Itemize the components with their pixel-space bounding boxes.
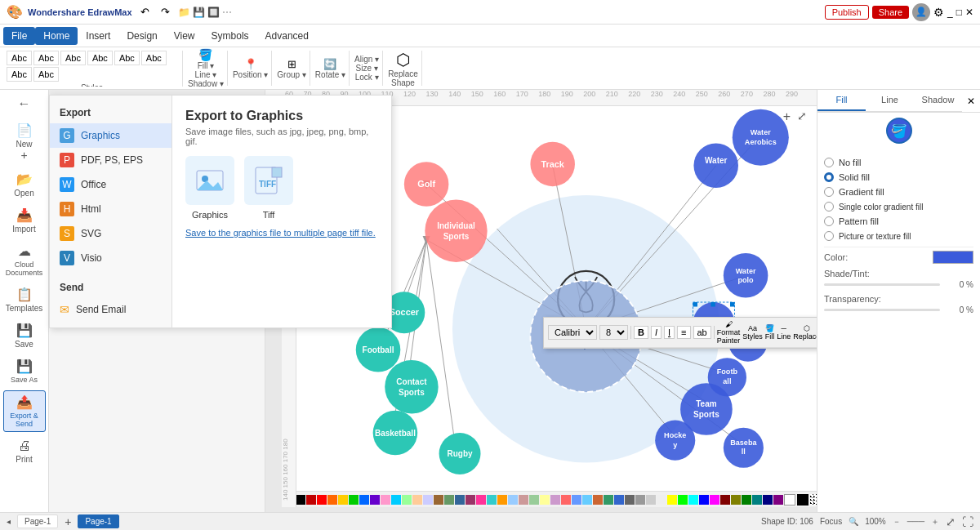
text-color-btn[interactable]: ab <box>693 326 711 339</box>
line-text-btn[interactable]: ─ Line <box>777 324 791 341</box>
color-emerald[interactable] <box>604 495 613 505</box>
solid-fill-option[interactable]: Solid fill <box>824 170 973 185</box>
sidebar-item-print[interactable]: 🖨 Print <box>3 435 46 467</box>
color-lightgreen[interactable] <box>402 495 412 505</box>
canvas-expand-btn[interactable]: ⤢ <box>797 109 807 124</box>
color-purple2[interactable] <box>773 495 783 505</box>
fill-color-preview[interactable]: 🪣 <box>886 118 912 144</box>
export-menu-office[interactable]: W Office <box>50 172 172 197</box>
color-lilac[interactable] <box>550 495 560 505</box>
color-rose[interactable] <box>519 495 528 505</box>
color-steel[interactable] <box>455 495 465 505</box>
sidebar-item-import[interactable]: 📥 Import <box>3 204 46 237</box>
sidebar-item-templates[interactable]: 📋 Templates <box>3 283 46 316</box>
color-coral[interactable] <box>561 495 571 505</box>
align-btn[interactable]: Align ▾Size ▾Lock ▾ <box>354 55 379 82</box>
color-purple[interactable] <box>370 495 380 505</box>
gradient-fill-option[interactable]: Gradient fill <box>824 185 973 199</box>
zoom-in-btn[interactable]: ＋ <box>931 516 939 528</box>
color-lightgray[interactable] <box>646 495 656 505</box>
transparency-slider[interactable] <box>824 309 940 311</box>
sidebar-item-back[interactable]: ← <box>3 93 46 116</box>
styles-btn[interactable]: Aa Styles <box>742 324 763 341</box>
rotate-btn[interactable]: 🔄 Rotate ▾ <box>315 58 345 79</box>
color-peach[interactable] <box>412 495 422 505</box>
color-green2[interactable] <box>742 495 751 505</box>
single-gradient-option[interactable]: Single color gradient fill <box>824 199 973 214</box>
color-periwinkle[interactable] <box>572 495 581 505</box>
maximize-btn[interactable]: □ <box>956 7 962 18</box>
color-mint[interactable] <box>529 495 539 505</box>
shadow-tab[interactable]: Shadow <box>914 90 962 111</box>
close-btn[interactable]: ✕ <box>965 7 973 18</box>
color-picker-swatch[interactable] <box>933 251 973 264</box>
color-red[interactable] <box>317 495 327 505</box>
sidebar-item-open[interactable]: 📂 Open <box>3 168 46 201</box>
export-menu-pdf[interactable]: P PDF, PS, EPS <box>50 148 172 172</box>
black-fill-option[interactable] <box>797 494 808 506</box>
export-option-graphics[interactable]: Graphics <box>185 156 234 220</box>
style-btn-1[interactable]: Abc <box>7 51 32 65</box>
style-btn-3[interactable]: Abc <box>60 51 86 65</box>
color-olive[interactable] <box>444 495 454 505</box>
canvas-add-btn[interactable]: + <box>783 109 791 124</box>
export-menu-graphics[interactable]: G Graphics <box>50 123 172 148</box>
shade-slider[interactable] <box>824 283 940 286</box>
color-baby[interactable] <box>582 495 592 505</box>
user-avatar[interactable]: 👤 <box>912 3 930 21</box>
menu-design[interactable]: Design <box>118 27 165 45</box>
no-fill-option[interactable]: No fill <box>824 155 973 170</box>
color-hotpink[interactable] <box>476 495 486 505</box>
color-maroon2[interactable] <box>720 495 730 505</box>
page-minus-btn[interactable]: ◂ <box>7 517 11 526</box>
menu-insert[interactable]: Insert <box>78 27 118 45</box>
color-lemon[interactable] <box>540 495 550 505</box>
color-lavender[interactable] <box>423 495 433 505</box>
minimize-btn[interactable]: _ <box>947 7 953 18</box>
align-btn[interactable]: ≡ <box>677 326 690 339</box>
right-panel-close[interactable]: ✕ <box>962 96 980 107</box>
format-painter-btn[interactable]: 🖌 Format Painter <box>717 320 741 345</box>
color-yellow2[interactable] <box>667 495 677 505</box>
pattern-option[interactable] <box>810 494 817 506</box>
color-maroon[interactable] <box>466 495 475 505</box>
add-page-btn[interactable]: + <box>65 515 71 528</box>
undo-btn[interactable]: ↶ <box>137 4 153 20</box>
italic-btn[interactable]: I <box>651 326 662 339</box>
menu-file[interactable]: File <box>3 27 35 45</box>
style-btn-7[interactable]: Abc <box>7 67 32 82</box>
color-royal[interactable] <box>614 495 624 505</box>
menu-advanced[interactable]: Advanced <box>257 27 317 45</box>
fill-tab[interactable]: Fill <box>817 90 866 111</box>
font-family-select[interactable]: Calibri <box>548 325 597 340</box>
style-btn-5[interactable]: Abc <box>114 51 140 65</box>
menu-home[interactable]: Home <box>35 27 78 45</box>
underline-btn[interactable]: I <box>664 326 675 339</box>
color-blue[interactable] <box>359 495 369 505</box>
color-gray[interactable] <box>625 495 635 505</box>
sidebar-item-saveas[interactable]: 💾 Save As <box>3 355 46 387</box>
color-orange[interactable] <box>327 495 337 505</box>
style-btn-6[interactable]: Abc <box>141 51 167 65</box>
color-lime[interactable] <box>678 495 688 505</box>
redo-btn[interactable]: ↷ <box>158 4 173 20</box>
bold-btn[interactable]: B <box>634 326 648 339</box>
fill-text-btn[interactable]: 🪣 Fill <box>765 324 775 341</box>
export-menu-html[interactable]: H Html <box>50 197 172 221</box>
send-email-item[interactable]: ✉ Send Email <box>50 298 172 321</box>
color-blue2[interactable] <box>699 495 709 505</box>
color-silver[interactable] <box>635 495 645 505</box>
sidebar-item-export[interactable]: 📤 Export & Send <box>3 390 46 432</box>
fullscreen-btn[interactable]: ⛶ <box>962 515 973 528</box>
active-page-tab[interactable]: Page-1 <box>78 514 118 528</box>
zoom-out-btn[interactable]: － <box>893 516 901 528</box>
menu-symbols[interactable]: Symbols <box>203 27 257 45</box>
no-fill-option[interactable] <box>784 494 795 506</box>
line-tab[interactable]: Line <box>866 90 914 111</box>
color-darkred[interactable] <box>306 495 316 505</box>
color-pink[interactable] <box>381 495 390 505</box>
picture-fill-option[interactable]: Picture or texture fill <box>824 229 973 243</box>
color-sienna[interactable] <box>593 495 603 505</box>
style-btn-2[interactable]: Abc <box>33 51 59 65</box>
export-menu-svg[interactable]: S SVG <box>50 221 172 246</box>
